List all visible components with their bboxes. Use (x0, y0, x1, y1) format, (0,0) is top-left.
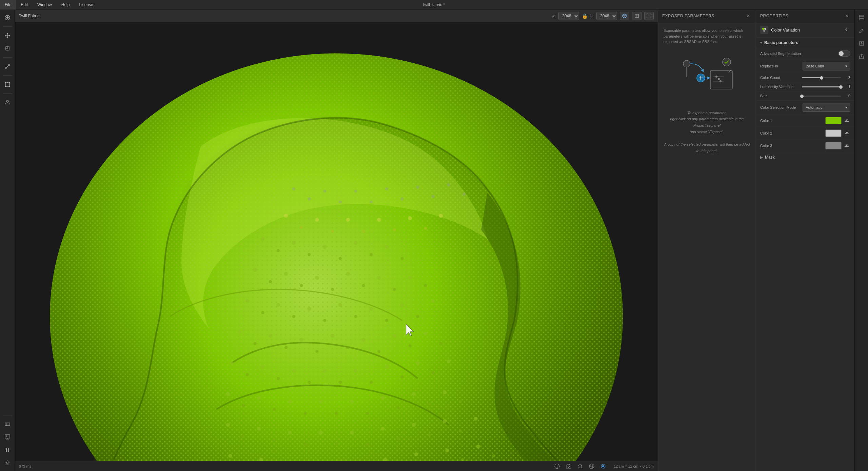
properties-close-btn[interactable]: × (844, 13, 850, 19)
rotate-icon[interactable] (576, 463, 584, 470)
toolbar-layers-btn[interactable] (2, 445, 13, 455)
section-basic-header[interactable]: ▾ Basic parameters (756, 38, 854, 48)
svg-point-138 (459, 430, 462, 433)
svg-point-222 (331, 230, 334, 233)
width-select[interactable]: 2048 1024 512 (558, 12, 579, 20)
svg-point-105 (432, 371, 435, 374)
svg-point-265 (718, 78, 720, 80)
info-icon[interactable] (553, 463, 561, 470)
height-select[interactable]: 2048 1024 512 (596, 12, 617, 20)
color-selection-mode-dropdown[interactable]: Automatic ▾ (803, 103, 850, 112)
menu-file[interactable]: File (0, 0, 16, 9)
svg-point-224 (362, 230, 365, 233)
viewport-tab[interactable]: Twill Fabric (19, 14, 39, 18)
left-toolbar (0, 9, 15, 471)
svg-point-107 (226, 392, 230, 396)
node-header: Color Variation (756, 22, 854, 38)
color1-swatch[interactable] (825, 117, 842, 124)
toolbar-user-btn[interactable] (2, 97, 13, 108)
svg-point-132 (366, 443, 369, 446)
toolbar-measure-btn[interactable] (2, 61, 13, 72)
svg-point-10 (9, 86, 10, 87)
fullscreen-btn[interactable] (644, 12, 654, 20)
window-title: twill_fabric * (423, 2, 445, 7)
svg-point-89 (408, 344, 411, 347)
exposed-diagram (664, 50, 750, 104)
svg-point-137 (443, 419, 447, 423)
svg-point-241 (462, 193, 466, 196)
svg-point-52 (401, 257, 404, 260)
toolbar-divider-1 (3, 26, 12, 27)
svg-point-75 (400, 303, 404, 307)
right-pencil-btn[interactable] (856, 25, 867, 36)
svg-point-62 (393, 288, 396, 291)
svg-point-45 (292, 241, 296, 245)
menu-window[interactable]: Window (33, 0, 57, 9)
color2-swatch[interactable] (825, 129, 842, 137)
view-2d-btn[interactable] (632, 12, 642, 20)
toolbar-settings-btn[interactable] (2, 457, 13, 468)
svg-point-97 (308, 381, 311, 384)
svg-point-80 (269, 334, 272, 337)
node-back-btn[interactable] (842, 26, 850, 34)
svg-point-220 (300, 226, 303, 229)
svg-point-114 (335, 412, 338, 415)
svg-point-106 (447, 360, 451, 363)
toolbar-crop-btn[interactable] (2, 43, 13, 54)
section-basic-title: Basic parameters (764, 40, 798, 45)
color2-edit-btn[interactable] (843, 129, 850, 137)
color-count-slider[interactable] (802, 77, 841, 78)
svg-point-154 (445, 449, 449, 452)
svg-point-129 (319, 431, 323, 434)
svg-point-240 (447, 183, 450, 186)
exposed-close-btn[interactable]: × (745, 13, 752, 19)
svg-point-67 (276, 303, 280, 307)
menu-help[interactable]: Help (57, 0, 75, 9)
svg-point-226 (393, 228, 396, 231)
toolbar-export-btn[interactable] (2, 432, 13, 443)
toolbar-move-btn[interactable] (2, 30, 13, 41)
svg-point-110 (273, 408, 276, 411)
svg-point-8 (9, 82, 10, 83)
svg-point-59 (346, 272, 350, 276)
menu-license[interactable]: License (74, 0, 98, 9)
prop-color2: Color 2 (756, 127, 854, 140)
properties-content[interactable]: Color Variation ▾ Basic parameters Advan… (756, 22, 854, 471)
right-layers-btn[interactable] (856, 12, 867, 23)
toolbar-view-btn[interactable] (2, 419, 13, 430)
menu-edit[interactable]: Edit (16, 0, 33, 9)
color3-swatch[interactable] (825, 142, 842, 149)
svg-rect-272 (845, 134, 849, 134)
svg-point-111 (288, 400, 292, 404)
svg-point-157 (492, 454, 495, 457)
width-label: w: (552, 14, 556, 18)
toolbar-add-btn[interactable] (2, 12, 13, 23)
svg-point-236 (385, 187, 388, 190)
svg-point-48 (339, 257, 342, 260)
replace-in-dropdown[interactable]: Base Color ▾ (803, 62, 850, 70)
color3-edit-btn[interactable] (843, 142, 850, 149)
view-3d-btn[interactable] (620, 12, 629, 20)
camera-icon[interactable] (565, 463, 572, 470)
blur-slider[interactable] (802, 96, 841, 97)
svg-point-81 (284, 346, 288, 349)
advanced-segmentation-toggle[interactable] (838, 50, 850, 57)
exposed-parameters-panel: EXPOSED PARAMETERS × Exposable parameter… (658, 9, 756, 471)
right-share-btn[interactable] (856, 51, 867, 62)
svg-point-237 (401, 197, 404, 200)
svg-point-123 (226, 423, 230, 427)
luminosity-variation-slider[interactable] (802, 86, 841, 87)
color1-edit-btn[interactable] (843, 117, 850, 124)
mask-row[interactable]: ▶ Mask (756, 152, 854, 162)
right-export-btn[interactable] (856, 38, 867, 49)
toolbar-transform-btn[interactable] (2, 79, 13, 90)
color3-label: Color 3 (760, 144, 823, 148)
viewport-status: 979 ms 12 cm × 12 cm × 0.1 cm (15, 461, 658, 471)
viewport-canvas[interactable] (15, 22, 658, 461)
svg-point-46 (308, 253, 311, 256)
prop-color1: Color 1 (756, 115, 854, 127)
svg-point-82 (299, 338, 303, 342)
globe-icon[interactable] (588, 463, 595, 470)
svg-point-225 (377, 218, 381, 222)
record-icon[interactable] (599, 463, 607, 470)
